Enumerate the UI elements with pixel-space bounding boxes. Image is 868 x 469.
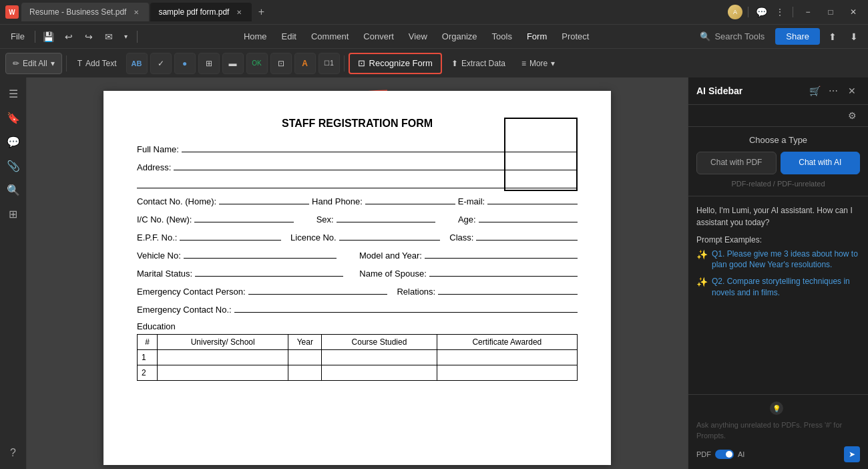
tool-a-button[interactable]: A (294, 53, 316, 74)
tool-date-button[interactable]: ☐1 (318, 53, 340, 74)
pdf-page: STAFF REGISTRATION FORM Full Name: Addre… (103, 91, 611, 465)
ic-line[interactable] (194, 213, 293, 222)
menu-protect[interactable]: Protect (555, 29, 596, 44)
emergency-no-line[interactable] (234, 303, 578, 313)
tab-resume-close[interactable]: ✕ (132, 7, 141, 17)
sidebar-pages-icon[interactable]: ☰ (3, 83, 24, 104)
lumi-icon: 💡 (770, 402, 783, 415)
tool-ok-button[interactable]: OK (246, 53, 268, 74)
new-tab-button[interactable]: + (253, 4, 269, 20)
sidebar-layers-icon[interactable]: ⊞ (3, 203, 24, 224)
tab-resume[interactable]: Resume - Business Set.pdf ✕ (21, 3, 149, 21)
menu-home[interactable]: Home (237, 29, 274, 44)
redo-icon[interactable]: ↪ (80, 28, 97, 45)
more-lines-icon: ≡ (521, 59, 526, 68)
chat-pdf-button[interactable]: Chat with PDF (696, 152, 777, 174)
pdf-ai-toggle[interactable] (715, 450, 734, 459)
model-line[interactable] (425, 249, 578, 259)
sidebar-bookmarks-icon[interactable]: 🔖 (3, 107, 24, 128)
lumi-symbol: 💡 (773, 405, 781, 412)
toolbar: ✏ Edit All ▾ T Add Text AB ✓ ● ⊞ ▬ OK ⊡ … (0, 48, 868, 77)
user-avatar[interactable]: A (728, 5, 742, 19)
menu-convert[interactable]: Convert (357, 29, 401, 44)
edit-all-label: Edit All (23, 59, 47, 68)
close-button[interactable]: ✕ (844, 5, 863, 19)
menu-edit[interactable]: Edit (275, 29, 303, 44)
search-tools-button[interactable]: 🔍 Search Tools (693, 29, 771, 44)
ai-close-icon[interactable]: ✕ (844, 83, 860, 99)
email-line[interactable] (487, 195, 578, 204)
upload-icon[interactable]: ⬆ (824, 28, 841, 45)
settings-icon[interactable]: ⬇ (845, 28, 863, 45)
menu-organize[interactable]: Organize (435, 29, 484, 44)
marital-line[interactable] (195, 267, 343, 277)
vehicle-line[interactable] (184, 249, 337, 259)
menu-dropdown-arrow[interactable]: ▾ (120, 31, 132, 43)
sidebar-comments-icon[interactable]: 💬 (3, 131, 24, 152)
menu-form[interactable]: Form (520, 29, 554, 44)
tool-dash-button[interactable]: ▬ (222, 53, 244, 74)
menu-file[interactable]: File (5, 29, 30, 44)
toolbar-sep1 (66, 55, 67, 71)
text-icon: T (77, 59, 82, 68)
tool-circle-button[interactable]: ● (174, 53, 196, 74)
relations-line[interactable] (438, 285, 578, 295)
row2-year (288, 365, 322, 381)
more-options-icon[interactable]: ⋮ (773, 5, 787, 19)
edit-all-arrow: ▾ (51, 59, 55, 68)
share-button[interactable]: Share (775, 28, 820, 45)
sex-line[interactable] (337, 213, 435, 222)
more-button[interactable]: ≡ More ▾ (515, 53, 562, 74)
fullname-label: Full Name: (137, 144, 179, 154)
ai-more-icon[interactable]: ⋯ (825, 83, 841, 99)
maximize-button[interactable]: □ (821, 5, 840, 19)
chat-icon[interactable]: 💬 (754, 5, 769, 19)
ai-type-buttons: Chat with PDF Chat with AI (696, 152, 860, 174)
save-icon[interactable]: 💾 (40, 28, 57, 45)
spouse-line[interactable] (429, 267, 578, 277)
chat-ai-button[interactable]: Chat with AI (781, 152, 861, 174)
ai-sidebar: AI A AI Sidebar 🛒 ⋯ ✕ ⚙ Choose a Type Ch… (688, 77, 868, 469)
age-line[interactable] (479, 213, 578, 222)
education-label: Education (137, 321, 578, 331)
ai-send-button[interactable]: ➤ (844, 446, 860, 462)
epf-line[interactable] (180, 231, 281, 241)
tool-image-button[interactable]: ⊡ (270, 53, 292, 74)
tab-sample[interactable]: sample pdf form.pdf ✕ (150, 3, 252, 21)
table-row: 2 (138, 365, 578, 381)
undo-icon[interactable]: ↩ (60, 28, 77, 45)
sidebar-help-icon[interactable]: ? (3, 442, 24, 464)
ai-sliders-icon[interactable]: ⚙ (844, 108, 860, 124)
pdf-viewer[interactable]: STAFF REGISTRATION FORM Full Name: Addre… (27, 77, 688, 469)
contact-label: Contact No. (Home): (137, 196, 216, 206)
prompt-item-1: ✨ Q1. Please give me 3 ideas about how t… (696, 249, 860, 271)
row2-cert (437, 365, 577, 381)
recognize-form-button[interactable]: ⊡ Recognize Form (349, 53, 442, 74)
cart-icon[interactable]: 🛒 (807, 83, 823, 99)
tool-grid-button[interactable]: ⊞ (198, 53, 220, 74)
tool-check-button[interactable]: ✓ (150, 53, 172, 74)
licence-line[interactable] (339, 231, 441, 241)
tool-ab-button[interactable]: AB (126, 53, 148, 74)
menu-comment[interactable]: Comment (304, 29, 355, 44)
menu-tools[interactable]: Tools (485, 29, 519, 44)
row1-num: 1 (138, 350, 158, 365)
row1-uni (158, 350, 288, 365)
email-icon[interactable]: ✉ (100, 28, 118, 45)
emergency-line[interactable] (248, 285, 388, 295)
edit-all-button[interactable]: ✏ Edit All ▾ (5, 53, 62, 74)
address-label: Address: (137, 162, 171, 172)
prompt-text-2[interactable]: Q2. Compare storytelling techniques in n… (712, 276, 860, 299)
handphone-line[interactable] (365, 195, 455, 204)
sidebar-search-icon[interactable]: 🔍 (3, 179, 24, 200)
add-text-button[interactable]: T Add Text (71, 53, 124, 74)
minimize-button[interactable]: − (799, 5, 817, 19)
class-line[interactable] (476, 231, 578, 241)
prompt-text-1[interactable]: Q1. Please give me 3 ideas about how to … (712, 249, 860, 271)
sidebar-attachments-icon[interactable]: 📎 (3, 155, 24, 176)
menu-view[interactable]: View (402, 29, 434, 44)
tab-sample-close[interactable]: ✕ (234, 7, 244, 17)
contact-line[interactable] (219, 195, 309, 204)
extract-data-button[interactable]: ⬆ Extract Data (445, 53, 512, 74)
col-number: # (138, 335, 158, 350)
